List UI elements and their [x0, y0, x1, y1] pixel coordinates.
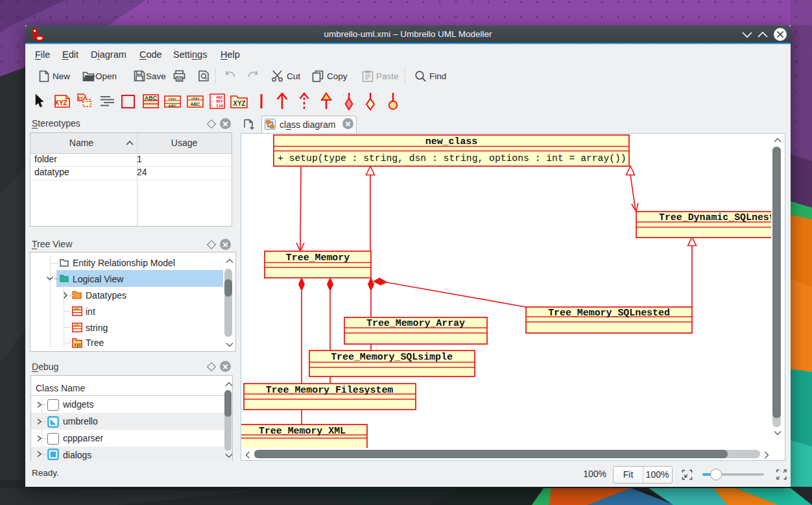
svg-text:ABC: ABC — [74, 323, 80, 326]
svg-text:Tree_Memory_SQLsimple: Tree_Memory_SQLsimple — [331, 352, 453, 362]
svg-text:Tree_Memory_Array: Tree_Memory_Array — [366, 318, 465, 328]
svg-text:xyz: xyz — [74, 342, 81, 347]
svg-text:+ setup(type : string, dsn : s: + setup(type : string, dsn : string, opt… — [278, 153, 627, 164]
svg-text:XYZ: XYZ — [54, 99, 67, 106]
svg-text:ABC: ABC — [145, 95, 158, 101]
svg-text:Tree_Memory_Filesystem: Tree_Memory_Filesystem — [266, 385, 394, 395]
svg-text:«xy»: «xy» — [191, 96, 199, 100]
svg-text:Tree_Memory: Tree_Memory — [286, 252, 350, 263]
svg-text:new_class: new_class — [425, 136, 477, 147]
svg-text:ABC: ABC — [74, 307, 80, 310]
svg-text:Tree_Memory_XML: Tree_Memory_XML — [259, 426, 346, 436]
svg-text:ABC: ABC — [168, 103, 177, 108]
svg-text:Tree_Dynamic_SQLnest: Tree_Dynamic_SQLnest — [659, 212, 771, 223]
svg-text:Tree_Memory_SQLnested: Tree_Memory_SQLnested — [548, 308, 670, 318]
svg-text:- IJK: - IJK — [211, 104, 223, 108]
svg-text:«xy»: «xy» — [169, 97, 176, 101]
svg-text:ABC: ABC — [190, 102, 200, 106]
svg-text:XYZ: XYZ — [233, 100, 245, 107]
